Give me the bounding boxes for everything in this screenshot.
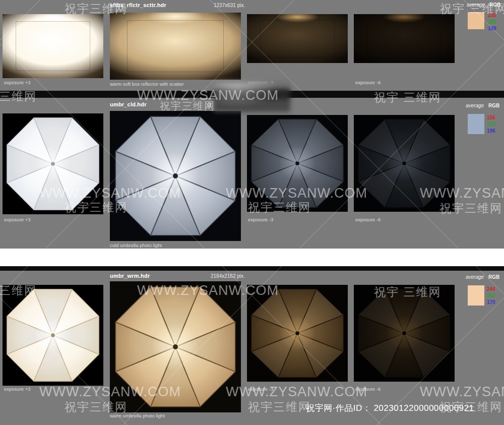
watermark-text: 祝宇三维网: [248, 399, 311, 415]
exposure-label-minus3-2: exposure -3: [248, 217, 273, 222]
average-label-3: average: [466, 274, 484, 280]
rgb-label-1: RGB: [489, 2, 500, 8]
rgb-label-3: RGB: [488, 274, 499, 280]
umbrella-graphic: [110, 111, 241, 241]
softbox-photo-exposure-minus6: [354, 14, 455, 63]
softbox-inner-seam: [16, 21, 90, 71]
softbox-inner-seam: [367, 20, 442, 58]
artwork-id-text: 祝宇网·作品ID： 20230122000000000921: [306, 402, 474, 414]
blurred-region: [214, 82, 290, 112]
umbrella-graphic: [110, 281, 241, 412]
warm-umbrella-photo-main: [110, 281, 241, 412]
exposure-label-plus3-1: exposure +3: [4, 80, 31, 85]
rgb-value-blue-2: 196: [487, 128, 495, 134]
cold-umbrella-caption: cold umbrella photo light: [110, 242, 162, 248]
softbox-photo-main: [110, 13, 241, 80]
pixel-dimensions-warm: 2184x2162 pix.: [211, 273, 245, 279]
cold-umbrella-photo-exposure-minus3: [247, 115, 348, 212]
softbox-inner-seam: [260, 20, 335, 58]
section-divider-white-band: [0, 249, 504, 266]
hdr-texture-preview-sheet: sftbx_rflctr_scttr.hdr 1237x631 pix. ave…: [0, 0, 504, 425]
rgb-value-blue-1: 149: [488, 25, 496, 32]
umbrella-graphic: [354, 115, 455, 212]
pixel-dimensions-softbox: 1237x631 pix.: [214, 3, 245, 8]
average-color-swatch-warm: [468, 285, 484, 306]
softbox-photo-exposure-minus3: [247, 14, 348, 63]
warm-umbrella-photo-exposure-plus3: [3, 285, 103, 386]
umbrella-graphic: [354, 285, 455, 382]
rgb-value-red-1: 235: [488, 12, 496, 19]
rgb-value-green-2: 173: [487, 121, 495, 128]
warm-umbrella-photo-exposure-minus6: [354, 285, 455, 382]
rgb-value-green-1: 193: [488, 19, 496, 25]
exposure-label-minus3-3: exposure -3: [248, 386, 273, 392]
average-color-swatch-cold: [468, 114, 484, 134]
exposure-label-minus6-1: exposure -6: [355, 80, 381, 85]
section-divider-bar-2: [0, 266, 504, 271]
umbrella-graphic: [247, 285, 348, 382]
softbox-inner-seam: [127, 20, 224, 73]
file-name-warm-umbrella: umbr_wrm.hdr: [110, 273, 150, 279]
exposure-label-minus6-3: exposure -6: [355, 386, 381, 392]
rgb-label-2: RGB: [488, 103, 499, 108]
average-color-swatch-softbox: [468, 12, 484, 29]
warm-umbrella-caption: warm umbrella photo light: [110, 413, 165, 418]
file-name-softbox: sftbx_rflctr_scttr.hdr: [110, 2, 166, 8]
rgb-value-red-3: 244: [487, 286, 495, 292]
warm-umbrella-photo-exposure-minus3: [247, 285, 348, 382]
rgb-value-blue-3: 170: [487, 299, 495, 306]
exposure-label-minus6-2: exposure -6: [355, 217, 381, 222]
watermark-text: WWW.ZYSANW.COM: [226, 384, 367, 400]
softbox-caption: warm soft box reflector with scatter: [110, 81, 184, 87]
pixel-dimensions-cold-partial: 2: [208, 102, 211, 107]
exposure-label-plus3-3: exposure +3: [4, 386, 31, 392]
umbrella-graphic: [3, 113, 103, 214]
cold-umbrella-photo-exposure-plus3: [3, 113, 103, 214]
umbrella-graphic: [3, 285, 103, 386]
rgb-value-green-3: 207: [487, 292, 495, 299]
exposure-label-plus3-2: exposure +3: [4, 217, 31, 222]
average-label-1: average: [467, 2, 485, 8]
rgb-value-red-2: 156: [487, 114, 495, 121]
umbrella-graphic: [247, 115, 348, 212]
cold-umbrella-photo-exposure-minus6: [354, 115, 455, 212]
average-label-2: average: [466, 103, 484, 108]
file-name-cold-umbrella: umbr_cld.hdr: [110, 101, 147, 107]
cold-umbrella-photo-main: [110, 111, 241, 241]
softbox-photo-exposure-plus3: [3, 14, 103, 78]
watermark-text: WWW.ZYSANW.COM: [420, 384, 504, 400]
